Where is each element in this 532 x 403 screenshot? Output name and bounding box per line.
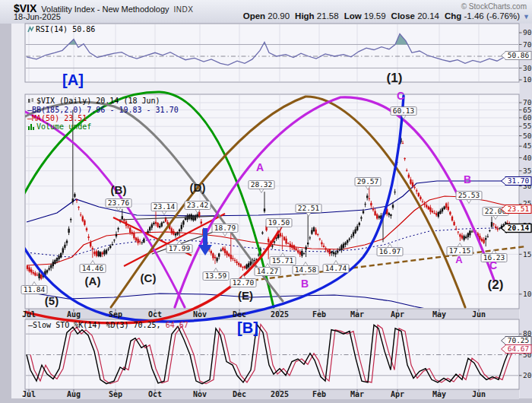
svg-text:31.70: 31.70 bbox=[508, 176, 530, 185]
svg-text:64.67: 64.67 bbox=[508, 344, 530, 353]
svg-text:14.46: 14.46 bbox=[82, 264, 104, 272]
svg-text:17.99: 17.99 bbox=[169, 244, 191, 252]
svg-text:12.70: 12.70 bbox=[233, 278, 255, 287]
rsi-indicator-icon bbox=[27, 26, 34, 34]
month-label: Jun bbox=[472, 310, 486, 319]
svg-text:13.59: 13.59 bbox=[205, 271, 227, 280]
wave-label: B bbox=[464, 173, 471, 186]
axis-tick-label: 35 bbox=[523, 167, 531, 175]
candlestick-icon bbox=[27, 97, 35, 106]
month-label: Feb bbox=[312, 390, 326, 398]
sto-legend: —Slow STO %K(14) %D(3) 70.25, 64.67 bbox=[28, 321, 188, 329]
month-label: Oct bbox=[148, 310, 162, 319]
axis-tick-label: 10 bbox=[523, 75, 532, 84]
axis-tick-label: 20 bbox=[523, 371, 532, 379]
axis-tick-label: 30 bbox=[523, 64, 532, 72]
month-label: 2025 bbox=[271, 310, 289, 319]
svg-text:20.14: 20.14 bbox=[508, 224, 530, 232]
chart-canvas: JulJulAugAugSepSepOctOctNovNovDecDec2025… bbox=[0, 0, 532, 403]
wave-label: (1) bbox=[387, 71, 403, 85]
svg-text:23.42: 23.42 bbox=[187, 201, 209, 209]
axis-tick-label: 50 bbox=[523, 132, 532, 140]
svg-text:23.51: 23.51 bbox=[508, 205, 530, 213]
wave-label: C bbox=[489, 259, 497, 271]
svg-text:18.79: 18.79 bbox=[214, 224, 236, 232]
svg-text:50.86: 50.86 bbox=[508, 51, 530, 59]
month-label: Nov bbox=[193, 390, 207, 398]
axis-tick-label: 65 bbox=[523, 106, 531, 114]
svg-text:19.50: 19.50 bbox=[268, 218, 290, 227]
wave-label: (5) bbox=[45, 294, 59, 307]
axis-tick-label: 70 bbox=[523, 40, 532, 49]
wave-label: [B] bbox=[237, 319, 258, 336]
month-label: Aug bbox=[67, 310, 81, 319]
wave-label: (C) bbox=[141, 271, 157, 284]
wave-label: A bbox=[455, 254, 463, 265]
chart-window: $VIXVolatility Index - New MethodologyIN… bbox=[0, 0, 532, 403]
month-label: Mar bbox=[350, 390, 364, 398]
svg-text:23.76: 23.76 bbox=[108, 198, 130, 207]
axis-tick-label: 70 bbox=[523, 98, 532, 106]
svg-text:25.53: 25.53 bbox=[458, 191, 480, 199]
month-label: Jun bbox=[472, 390, 486, 398]
svg-text:11.84: 11.84 bbox=[24, 285, 46, 294]
svg-text:22.51: 22.51 bbox=[298, 204, 320, 212]
wave-label: A bbox=[256, 161, 264, 173]
svg-text:29.57: 29.57 bbox=[357, 177, 379, 186]
svg-text:16.97: 16.97 bbox=[379, 247, 401, 255]
svg-text:23.14: 23.14 bbox=[154, 202, 176, 211]
wave-label: (B) bbox=[111, 183, 127, 196]
month-label: Dec bbox=[233, 390, 246, 398]
month-label: Jul bbox=[22, 310, 36, 319]
volume-legend-text: Volume undef bbox=[36, 122, 91, 131]
axis-tick-label: 90 bbox=[523, 28, 532, 36]
axis-value-box: 70.25 bbox=[502, 336, 532, 344]
svg-text:28.32: 28.32 bbox=[251, 180, 273, 189]
month-label: May bbox=[432, 310, 446, 319]
wave-label: C bbox=[397, 90, 404, 102]
axis-tick-label: 10 bbox=[523, 290, 532, 298]
ma-legend-text: MA(50) 23.51 bbox=[32, 114, 87, 122]
svg-text:70.25: 70.25 bbox=[508, 336, 530, 344]
wave-label: (A) bbox=[85, 274, 101, 287]
wave-label: (E) bbox=[238, 289, 253, 302]
month-label: Oct bbox=[148, 390, 162, 398]
axis-tick-label: 45 bbox=[523, 141, 531, 150]
month-label: Sep bbox=[109, 310, 122, 319]
axis-value-box: 23.51 bbox=[502, 205, 532, 213]
month-label: Mar bbox=[350, 310, 364, 319]
main-legend-title: $VIX (Daily) 20.14 (18 Jun) bbox=[36, 97, 160, 105]
svg-text:14.27: 14.27 bbox=[257, 267, 279, 275]
month-label: Dec bbox=[233, 310, 246, 319]
month-label: Apr bbox=[391, 310, 404, 319]
axis-value-box: 64.67 bbox=[502, 344, 532, 353]
svg-text:14.58: 14.58 bbox=[295, 265, 317, 274]
axis-tick-label: 40 bbox=[523, 154, 532, 162]
month-label: Nov bbox=[193, 310, 207, 319]
volume-icon bbox=[27, 123, 35, 132]
rsi-legend-text: RSI(14) 50.86 bbox=[36, 25, 95, 33]
month-label: Aug bbox=[67, 390, 81, 398]
month-label: Feb bbox=[312, 310, 326, 319]
wave-label: B bbox=[301, 278, 309, 290]
month-label: Apr bbox=[391, 390, 404, 398]
month-label: Sep bbox=[109, 390, 122, 398]
wave-label: (D) bbox=[190, 181, 206, 194]
svg-text:14.74: 14.74 bbox=[325, 264, 347, 272]
wave-label: (2) bbox=[488, 278, 504, 292]
month-label: 2025 bbox=[271, 390, 289, 398]
wave-label: [A] bbox=[62, 71, 84, 88]
sto-d-value: 64.67 bbox=[166, 321, 188, 329]
svg-text:15.71: 15.71 bbox=[272, 256, 294, 265]
axis-value-box: 20.14 bbox=[502, 224, 532, 232]
axis-tick-label: 60 bbox=[523, 113, 532, 122]
rsi-legend: RSI(14) 50.86 bbox=[27, 25, 95, 34]
axis-value-box: 31.70 bbox=[502, 176, 532, 185]
month-label: Jul bbox=[22, 390, 36, 398]
main-legend: $VIX (Daily) 20.14 (18 Jun) —BB(185,2.0)… bbox=[27, 97, 179, 132]
axis-value-box: 50.86 bbox=[502, 51, 532, 59]
month-label: May bbox=[432, 390, 446, 398]
svg-text:60.13: 60.13 bbox=[393, 106, 415, 115]
bb-legend-text: BB(185,2.0) 7.96 - 19.83 - 31.70 bbox=[32, 106, 179, 114]
axis-tick-label: 55 bbox=[523, 122, 531, 130]
